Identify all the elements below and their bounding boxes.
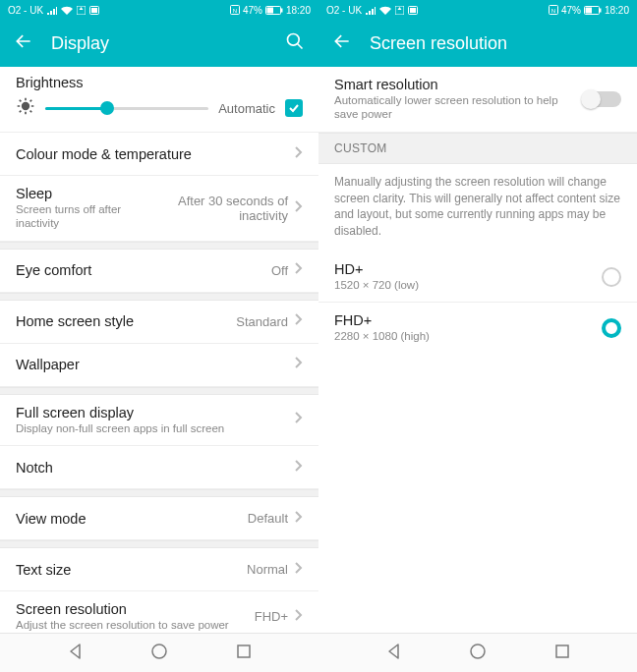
row-color-mode[interactable]: Colour mode & temperature — [0, 133, 318, 176]
nav-recent-icon[interactable] — [553, 643, 571, 664]
signal-icon — [366, 6, 376, 15]
brightness-block: Brightness Automatic — [0, 67, 318, 133]
row-title: Sleep — [16, 186, 150, 201]
radio-hd[interactable] — [602, 267, 621, 287]
chevron-right-icon — [294, 411, 303, 428]
page-title: Display — [51, 33, 267, 54]
row-view-mode[interactable]: View mode Default — [0, 497, 318, 540]
row-sleep[interactable]: Sleep Screen turns off after inactivity … — [0, 176, 318, 242]
status-bar: O2 - UK N 47% 18:20 — [0, 0, 318, 20]
option-hd[interactable]: HD+ 1520 × 720 (low) — [318, 252, 637, 303]
svg-rect-14 — [410, 8, 416, 13]
row-wallpaper[interactable]: Wallpaper — [0, 344, 318, 387]
phone-left: O2 - UK N 47% 18:20 — [0, 0, 318, 672]
row-notch[interactable]: Notch — [0, 446, 318, 489]
row-eye-comfort[interactable]: Eye comfort Off — [0, 250, 318, 293]
radio-fhd[interactable] — [602, 318, 621, 338]
svg-point-20 — [471, 644, 485, 658]
row-home-style[interactable]: Home screen style Standard — [0, 301, 318, 344]
status-extra-icon-1 — [395, 6, 404, 15]
nav-bar — [318, 633, 637, 672]
wifi-icon — [379, 6, 391, 15]
nav-home-icon[interactable] — [469, 643, 487, 664]
chevron-right-icon — [294, 510, 303, 528]
row-sub: Screen turns off after inactivity — [16, 202, 150, 231]
svg-rect-19 — [600, 8, 602, 12]
search-icon[interactable] — [285, 31, 305, 55]
nav-home-icon[interactable] — [150, 643, 168, 664]
carrier-label: O2 - UK — [8, 5, 43, 16]
chevron-right-icon — [294, 312, 303, 330]
nfc-icon: N — [549, 5, 558, 15]
option-fhd[interactable]: FHD+ 2280 × 1080 (high) — [318, 303, 637, 353]
nav-recent-icon[interactable] — [235, 643, 253, 664]
svg-point-10 — [152, 644, 166, 658]
svg-rect-2 — [91, 8, 97, 13]
smart-resolution-toggle[interactable] — [582, 91, 621, 107]
app-bar: Display — [0, 20, 318, 67]
section-header-custom: CUSTOM — [318, 133, 637, 164]
auto-brightness-label: Automatic — [218, 101, 275, 116]
auto-brightness-checkbox[interactable] — [285, 99, 303, 117]
nav-back-icon[interactable] — [67, 643, 85, 664]
signal-icon — [47, 6, 57, 15]
battery-percent: 47% — [561, 5, 581, 16]
page-title: Screen resolution — [370, 33, 623, 54]
custom-info-text: Manually adjusting the screen resolution… — [318, 164, 637, 252]
battery-percent: 47% — [243, 5, 262, 16]
brightness-label: Brightness — [16, 75, 303, 90]
nfc-icon: N — [230, 5, 240, 15]
battery-icon — [265, 6, 283, 15]
svg-rect-7 — [281, 8, 283, 12]
status-extra-icon-2 — [89, 6, 99, 15]
brightness-slider[interactable] — [45, 98, 208, 118]
content-right: Smart resolution Automatically lower scr… — [318, 67, 637, 633]
chevron-right-icon — [294, 459, 303, 476]
back-icon[interactable] — [332, 31, 352, 55]
svg-text:N: N — [233, 8, 237, 14]
row-full-screen[interactable]: Full screen display Display non-full scr… — [0, 395, 318, 446]
row-value: After 30 seconds of inactivity — [150, 194, 288, 223]
chevron-right-icon — [294, 199, 303, 217]
status-extra-icon-2 — [408, 6, 418, 15]
svg-rect-21 — [556, 645, 568, 657]
svg-point-8 — [288, 34, 300, 46]
nav-bar — [0, 633, 318, 672]
battery-icon — [584, 6, 602, 15]
row-text-size[interactable]: Text size Normal — [0, 548, 318, 591]
status-extra-icon-1 — [77, 6, 86, 15]
row-title: Colour mode & temperature — [16, 146, 294, 162]
chevron-right-icon — [294, 608, 303, 626]
carrier-label: O2 - UK — [326, 5, 362, 16]
chevron-right-icon — [294, 261, 303, 279]
svg-point-9 — [22, 102, 29, 110]
phone-right: O2 - UK N 47% 18:20 — [318, 0, 637, 672]
content-left: Brightness Automatic Colour mode & tempe… — [0, 67, 318, 633]
svg-rect-11 — [238, 645, 250, 657]
svg-rect-6 — [266, 7, 273, 13]
status-bar: O2 - UK N 47% 18:20 — [318, 0, 637, 20]
back-icon[interactable] — [14, 31, 33, 55]
svg-rect-18 — [585, 7, 592, 13]
row-screen-resolution[interactable]: Screen resolution Adjust the screen reso… — [0, 591, 318, 633]
chevron-right-icon — [294, 145, 303, 163]
svg-text:N: N — [551, 8, 555, 14]
clock: 18:20 — [605, 5, 629, 16]
chevron-right-icon — [294, 356, 303, 373]
nav-back-icon[interactable] — [385, 643, 403, 664]
row-smart-resolution[interactable]: Smart resolution Automatically lower scr… — [318, 67, 637, 133]
brightness-icon — [16, 96, 35, 120]
wifi-icon — [61, 6, 73, 15]
chevron-right-icon — [294, 561, 303, 579]
app-bar: Screen resolution — [318, 20, 637, 67]
clock: 18:20 — [286, 5, 311, 16]
